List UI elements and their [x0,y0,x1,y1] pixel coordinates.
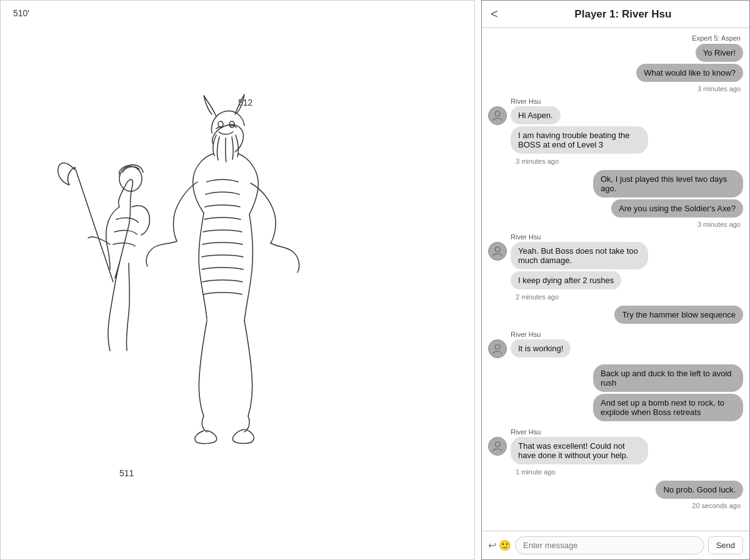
message-group-7: River Hsu That was excellent! Could not … [488,428,743,476]
expert-bubble: And set up a bomb next to rock, to explo… [593,394,743,421]
expert-bubble: No prob. Good luck. [656,481,743,499]
expert-bubbles-wrapper: Try the hammer blow sequence [488,306,743,326]
expert-bubble: Back up and duck to the left to avoid ru… [593,364,743,392]
river-bubbles-col: That was excellent! Could not have done … [511,437,648,466]
attach-icon[interactable]: ↩ [488,539,496,551]
chat-panel: < Player 1: River Hsu Expert 5: AspenYo … [481,0,750,560]
svg-point-6 [495,344,500,349]
svg-point-5 [495,247,500,252]
message-group-6: Back up and duck to the left to avoid ru… [488,364,743,423]
timestamp: 3 minutes ago [488,158,743,165]
svg-point-7 [495,442,500,447]
chat-input-area: ↩ 🙂 Send [482,531,749,559]
chat-title: Player 1: River Hsu [506,8,741,21]
message-group-4: Try the hammer blow sequence [488,306,743,326]
message-group-3: River Hsu Yeah. But Boss does not take t… [488,233,743,301]
expert-name: Expert 5: Aspen [488,34,743,42]
avatar [488,339,507,358]
expert-bubble: Are you using the Soldier's Axe? [611,199,743,218]
river-row: It is working! [488,339,743,359]
river-bubbles-col: It is working! [511,339,571,359]
back-button[interactable]: < [491,7,498,21]
expert-bubbles-wrapper: Back up and duck to the left to avoid ru… [488,364,743,423]
label-510: 510' [13,8,29,18]
input-icons: ↩ 🙂 [488,539,511,551]
river-row: That was excellent! Could not have done … [488,437,743,466]
avatar [488,437,507,456]
timestamp: 3 minutes ago [488,221,743,228]
river-bubble: Yeah. But Boss does not take too much da… [511,242,648,269]
river-bubble: Hi Aspen. [511,106,561,124]
message-group-5: River Hsu It is working! [488,331,743,359]
message-group-8: No prob. Good luck.20 seconds ago [488,481,743,509]
expert-bubble: Ok, I just played this level two days ag… [593,170,743,198]
timestamp: 20 seconds ago [488,502,743,509]
message-group-2: Ok, I just played this level two days ag… [488,170,743,228]
svg-point-4 [495,111,500,116]
river-name-label: River Hsu [488,428,743,436]
river-name-label: River Hsu [488,331,743,338]
river-name-label: River Hsu [488,233,743,241]
timestamp: 2 minutes ago [488,293,743,301]
send-button[interactable]: Send [708,536,743,554]
expert-bubbles-wrapper: No prob. Good luck. [488,481,743,501]
expert-bubble: Yo River! [696,44,743,62]
game-panel: 510' 511 512 [0,0,475,560]
river-bubble: I am having trouble beating the BOSS at … [511,126,648,154]
avatar [488,242,507,261]
river-bubble: I keep dying after 2 rushes [511,271,621,289]
expert-bubble: What would like to know? [636,64,743,82]
svg-point-1 [119,166,142,191]
timestamp: 1 minute ago [488,468,743,476]
game-illustration [38,76,413,463]
river-bubbles-col: Yeah. But Boss does not take too much da… [511,242,648,291]
message-input[interactable] [515,536,704,554]
emoji-icon[interactable]: 🙂 [499,539,511,551]
river-bubbles-col: Hi Aspen.I am having trouble beating the… [511,106,648,156]
river-name-label: River Hsu [488,98,743,105]
expert-bubble: Try the hammer blow sequence [614,306,743,324]
river-row: Yeah. But Boss does not take too much da… [488,242,743,291]
river-bubble: That was excellent! Could not have done … [511,437,648,464]
chat-header: < Player 1: River Hsu [482,1,749,28]
message-group-0: Expert 5: AspenYo River!What would like … [488,34,743,92]
river-bubble: It is working! [511,339,571,358]
timestamp: 3 minutes ago [488,85,743,92]
chat-messages: Expert 5: AspenYo River!What would like … [482,28,749,531]
expert-bubbles-wrapper: Ok, I just played this level two days ag… [488,170,743,219]
label-511: 511 [119,468,134,478]
expert-bubbles-wrapper: Yo River!What would like to know? [488,44,743,84]
message-group-1: River Hsu Hi Aspen.I am having trouble b… [488,98,743,165]
river-row: Hi Aspen.I am having trouble beating the… [488,106,743,156]
avatar [488,106,507,125]
